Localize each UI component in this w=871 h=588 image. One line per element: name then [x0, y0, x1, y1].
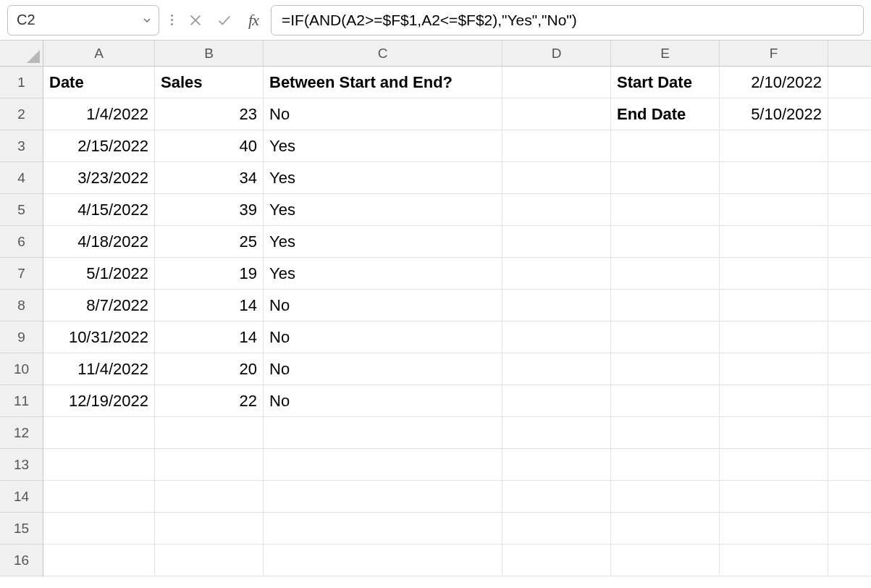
chevron-down-icon[interactable] — [141, 14, 153, 26]
cell[interactable] — [611, 290, 720, 322]
cell[interactable]: Yes — [264, 162, 502, 194]
cell[interactable] — [720, 194, 828, 226]
row-header-14[interactable]: 14 — [0, 481, 43, 513]
cell[interactable] — [155, 513, 264, 545]
cell[interactable] — [828, 67, 871, 98]
cell[interactable] — [720, 322, 828, 353]
cell[interactable] — [828, 513, 871, 545]
fx-button[interactable]: fx — [242, 9, 265, 32]
cell[interactable] — [828, 385, 871, 417]
cell[interactable] — [611, 258, 720, 290]
cell[interactable]: 4/18/2022 — [43, 226, 155, 258]
cell[interactable]: 4/15/2022 — [43, 194, 155, 226]
cell[interactable] — [720, 258, 828, 290]
cell[interactable]: 2/15/2022 — [43, 130, 155, 162]
row-header-3[interactable]: 3 — [0, 130, 43, 162]
cell[interactable] — [720, 353, 828, 385]
cell[interactable] — [502, 417, 611, 449]
cell[interactable] — [828, 353, 871, 385]
cell[interactable]: Yes — [264, 258, 502, 290]
cell[interactable]: No — [264, 98, 502, 130]
cell[interactable]: Yes — [264, 194, 502, 226]
row-header-6[interactable]: 6 — [0, 226, 43, 258]
cell[interactable] — [502, 481, 611, 513]
cell[interactable] — [502, 98, 611, 130]
cell[interactable]: Between Start and End? — [264, 67, 502, 98]
row-header-4[interactable]: 4 — [0, 162, 43, 194]
cell[interactable] — [828, 481, 871, 513]
select-all-corner[interactable] — [0, 41, 43, 67]
cell[interactable] — [828, 290, 871, 322]
cell[interactable]: Sales — [155, 67, 264, 98]
cell[interactable]: No — [264, 353, 502, 385]
cell[interactable] — [155, 545, 264, 576]
cell[interactable] — [155, 481, 264, 513]
cell[interactable] — [611, 385, 720, 417]
cell[interactable]: 8/7/2022 — [43, 290, 155, 322]
cell[interactable]: 23 — [155, 98, 264, 130]
cell[interactable]: 20 — [155, 353, 264, 385]
cell[interactable] — [720, 481, 828, 513]
cell[interactable] — [611, 481, 720, 513]
name-box[interactable]: C2 — [7, 5, 159, 35]
cell[interactable] — [828, 449, 871, 481]
cell[interactable] — [720, 449, 828, 481]
cell[interactable]: 1/4/2022 — [43, 98, 155, 130]
cell[interactable]: 2/10/2022 — [720, 67, 828, 98]
cell[interactable]: 14 — [155, 290, 264, 322]
row-header-7[interactable]: 7 — [0, 258, 43, 290]
cell[interactable]: 3/23/2022 — [43, 162, 155, 194]
cell[interactable] — [611, 513, 720, 545]
cell[interactable] — [502, 130, 611, 162]
cell[interactable]: Start Date — [611, 67, 720, 98]
cell[interactable] — [43, 449, 155, 481]
cell[interactable] — [264, 449, 502, 481]
cell[interactable] — [43, 417, 155, 449]
row-header-5[interactable]: 5 — [0, 194, 43, 226]
cell[interactable]: 11/4/2022 — [43, 353, 155, 385]
row-header-12[interactable]: 12 — [0, 417, 43, 449]
cell[interactable] — [828, 162, 871, 194]
cell[interactable] — [502, 162, 611, 194]
cell[interactable] — [43, 481, 155, 513]
col-header-B[interactable]: B — [155, 41, 264, 66]
cell[interactable] — [264, 481, 502, 513]
col-header-D[interactable]: D — [502, 41, 611, 66]
cell[interactable]: No — [264, 290, 502, 322]
cell[interactable] — [720, 290, 828, 322]
cell[interactable]: Yes — [264, 226, 502, 258]
cell[interactable] — [720, 385, 828, 417]
cell[interactable] — [502, 353, 611, 385]
cell[interactable]: 10/31/2022 — [43, 322, 155, 353]
cell[interactable]: 5/10/2022 — [720, 98, 828, 130]
cell[interactable] — [720, 130, 828, 162]
row-header-11[interactable]: 11 — [0, 385, 43, 417]
cell[interactable]: No — [264, 385, 502, 417]
cell[interactable] — [720, 513, 828, 545]
drag-handle-icon[interactable] — [165, 9, 178, 31]
cell[interactable]: 19 — [155, 258, 264, 290]
cell[interactable] — [502, 545, 611, 576]
cell[interactable] — [828, 194, 871, 226]
row-header-16[interactable]: 16 — [0, 545, 43, 576]
cell[interactable] — [155, 417, 264, 449]
cell[interactable] — [43, 545, 155, 576]
cell[interactable]: 5/1/2022 — [43, 258, 155, 290]
row-header-2[interactable]: 2 — [0, 98, 43, 130]
cell[interactable] — [502, 322, 611, 353]
row-header-1[interactable]: 1 — [0, 67, 43, 98]
cell[interactable] — [828, 130, 871, 162]
cell[interactable]: End Date — [611, 98, 720, 130]
cell[interactable]: 22 — [155, 385, 264, 417]
enter-button[interactable] — [213, 9, 236, 32]
cell[interactable] — [611, 545, 720, 576]
cell[interactable] — [502, 513, 611, 545]
row-header-9[interactable]: 9 — [0, 322, 43, 353]
cell[interactable] — [264, 417, 502, 449]
cell[interactable] — [502, 194, 611, 226]
cell[interactable]: Yes — [264, 130, 502, 162]
cell[interactable] — [502, 67, 611, 98]
cell[interactable] — [502, 258, 611, 290]
cell[interactable] — [43, 513, 155, 545]
cell[interactable]: No — [264, 322, 502, 353]
